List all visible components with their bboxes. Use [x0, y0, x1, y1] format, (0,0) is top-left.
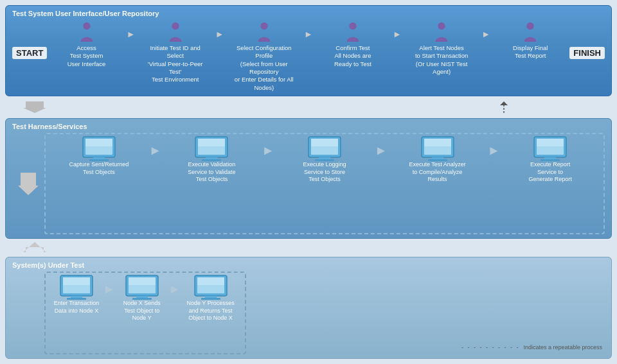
top-step-5: Alert Test Nodes to Start Transaction (O… [402, 20, 481, 76]
harness-step-1: Capture Sent/Returned Test Objects [49, 137, 148, 176]
step4-icon-area [344, 20, 362, 44]
monitor-icon-h4 [420, 136, 455, 162]
person-icon-2 [166, 21, 184, 43]
bottom-step-2: Node X Sends Test Object to Node Y [116, 275, 168, 322]
dashes-indicator: - - - - - - - - - - [461, 344, 519, 351]
person-icon-4 [344, 21, 362, 43]
h-arrow-4-5: ► [487, 143, 500, 158]
step3-icon-area [255, 20, 273, 44]
svg-point-3 [349, 22, 356, 30]
arrow-2-3: ► [215, 29, 224, 39]
dashed-arrow-svg [499, 101, 509, 113]
bottom-flow-row: Enter Transaction Data into Node X ► [12, 272, 461, 354]
step1-label: Access Test System User Interface [67, 44, 106, 68]
h1-icon [82, 137, 116, 161]
step2-icon-area [166, 20, 184, 44]
b-arrow-2-3: ► [168, 282, 181, 297]
mid-bottom-connector [5, 243, 612, 253]
svg-rect-33 [544, 157, 556, 159]
person-icon-6 [521, 21, 539, 43]
svg-rect-17 [198, 139, 225, 146]
bottom-step-1: Enter Transaction Data into Node X [51, 275, 102, 315]
bottom-section: System(s) Under Test [5, 257, 612, 359]
arrow-3-4: ► [304, 29, 313, 39]
down-arrow-svg [23, 101, 46, 113]
h5-label: Execute Report Service to Generate Repor… [529, 161, 572, 184]
h-arrow-2-3: ► [262, 143, 274, 158]
b-arrow-1-2: ► [103, 282, 116, 297]
arrow-5-6: ► [481, 29, 490, 39]
up-arrow-connector [23, 242, 46, 254]
step2-label: Initiate Test ID and Select 'Virtual Pee… [145, 44, 206, 84]
h3-label: Execute Logging Service to Store Test Ob… [303, 161, 346, 184]
person-icon-5 [433, 21, 451, 43]
step5-label: Alert Test Nodes to Start Transaction (O… [411, 44, 472, 76]
monitor-icon-h5 [533, 136, 568, 162]
harness-step-5: Execute Report Service to Generate Repor… [501, 137, 600, 184]
h1-label: Capture Sent/Returned Test Objects [69, 161, 129, 176]
svg-marker-8 [500, 101, 508, 105]
monitor-icon-b2 [125, 275, 159, 300]
top-step-3: Select Configuration Profile (Select fro… [225, 20, 303, 92]
svg-rect-13 [93, 157, 105, 159]
svg-rect-49 [205, 296, 217, 298]
finish-label: FINISH [569, 47, 605, 59]
svg-rect-44 [136, 296, 148, 298]
harness-step-4: Execute Test Analyzer to Compile/Analyze… [388, 137, 487, 184]
h-arrow-1-2: ► [149, 143, 162, 158]
bottom-note-area: - - - - - - - - - - Indicates a repeatab… [461, 261, 605, 354]
svg-rect-18 [206, 157, 217, 159]
svg-marker-6 [23, 101, 46, 113]
svg-rect-38 [63, 277, 90, 285]
svg-point-0 [83, 22, 90, 30]
h3-icon [307, 137, 342, 161]
b3-icon [193, 275, 228, 300]
person-icon-3 [255, 21, 273, 43]
b1-icon [59, 275, 94, 300]
svg-rect-28 [432, 157, 443, 159]
down-arrow-connector [23, 101, 46, 113]
step6-label: Display Final Test Report [513, 44, 548, 60]
step6-icon-area [521, 20, 539, 44]
start-label: START [12, 47, 47, 59]
system-under-test-box: Enter Transaction Data into Node X ► [44, 272, 246, 354]
svg-rect-43 [129, 277, 156, 285]
gray-down-arrow [18, 173, 39, 195]
svg-point-4 [438, 22, 445, 30]
monitor-icon-h3 [307, 136, 342, 162]
top-step-1: Access Test System User Interface [47, 20, 125, 68]
bottom-left-space [12, 272, 44, 354]
h4-label: Execute Test Analyzer to Compile/Analyze… [409, 161, 465, 184]
svg-marker-9 [18, 173, 39, 195]
harness-dashed-box: Capture Sent/Returned Test Objects ► [44, 133, 605, 234]
bottom-content: System(s) Under Test [12, 261, 461, 354]
up-arrow-svg [23, 242, 46, 252]
arrow-4-5: ► [393, 29, 402, 39]
top-flow-row: START Access Test System User Interface … [12, 20, 605, 92]
h4-icon [420, 137, 455, 161]
b2-label: Node X Sends Test Object to Node Y [123, 300, 161, 322]
middle-section: Test Harness/Services [5, 118, 612, 239]
monitor-icon-h2 [194, 136, 229, 162]
top-step-2: Initiate Test ID and Select 'Virtual Pee… [136, 20, 215, 84]
step4-label: Confirm Test All Nodes are Ready to Test [334, 44, 371, 68]
svg-point-1 [172, 22, 179, 30]
bottom-note: - - - - - - - - - - Indicates a repeatab… [461, 344, 602, 351]
top-step-6: Display Final Test Report [491, 20, 569, 60]
middle-section-title: Test Harness/Services [12, 123, 605, 130]
note-text: Indicates a repeatable process [523, 344, 602, 351]
step1-icon-area [78, 20, 96, 44]
svg-rect-39 [71, 296, 82, 298]
svg-rect-12 [85, 139, 112, 146]
svg-point-2 [260, 22, 267, 30]
person-icon-1 [78, 21, 96, 43]
top-step-4: Confirm Test All Nodes are Ready to Test [314, 20, 392, 68]
h2-label: Execute Validation Service to Validate T… [188, 161, 235, 184]
monitor-icon-b3 [193, 275, 228, 300]
b3-label: Node Y Processes and Returns Test Object… [186, 300, 234, 322]
middle-content: Capture Sent/Returned Test Objects ► [12, 133, 605, 234]
bottom-section-title: System(s) Under Test [12, 261, 461, 269]
svg-rect-23 [319, 157, 330, 159]
harness-step-3: Execute Logging Service to Store Test Ob… [275, 137, 374, 184]
b2-icon [125, 275, 159, 300]
